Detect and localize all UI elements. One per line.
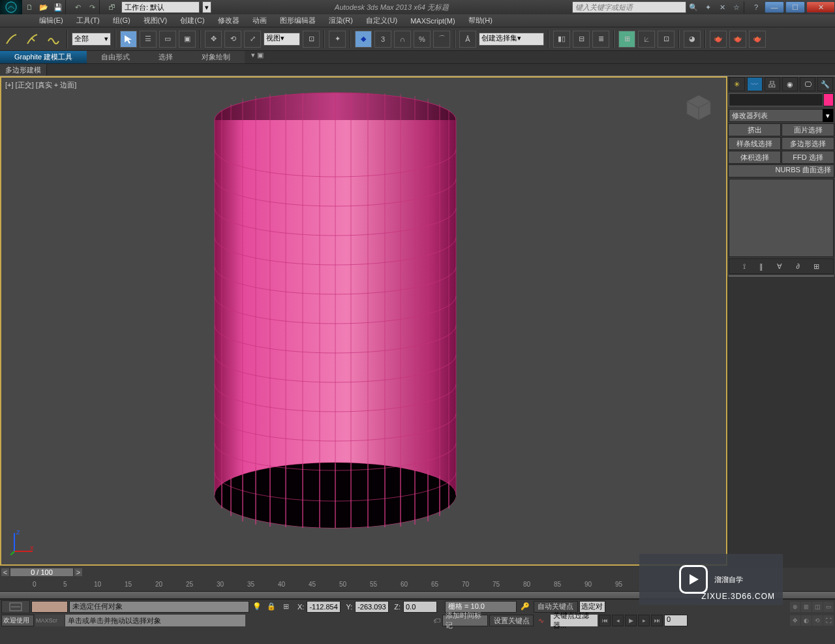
nav-region-icon[interactable]: ▭ [823,602,834,612]
dropdown-icon[interactable]: ▾ [823,109,833,122]
minimize-button[interactable]: — [765,1,784,13]
save-icon[interactable]: 💾 [51,0,65,14]
unlink-icon[interactable] [23,30,42,48]
btn-face-select[interactable]: 面片选择 [782,123,834,136]
move-icon[interactable]: ✥ [205,31,222,48]
mini-listener-icon[interactable] [1,600,30,613]
undo-icon[interactable]: ↶ [70,0,85,14]
object-name-field[interactable] [729,93,823,106]
menu-modifiers[interactable]: 修改器 [211,14,246,27]
align-icon[interactable]: ⊟ [573,31,590,48]
help-search-input[interactable] [572,1,686,13]
time-slider-thumb[interactable]: 0 / 100 [10,568,73,576]
menu-views[interactable]: 视图(V) [137,14,174,27]
subscription-icon[interactable]: ✦ [701,0,715,14]
nav-fov-icon[interactable]: ◫ [812,602,823,612]
remove-modifier-icon[interactable]: ∂ [796,262,799,270]
setkey-button[interactable]: 设置关键点 [489,615,534,626]
tag-icon[interactable]: 🏷 [432,615,441,626]
select-by-name-icon[interactable]: ☰ [140,31,157,48]
render-frame-icon[interactable]: 🫖 [729,31,746,48]
infocenter-search-icon[interactable]: 🔍 [686,0,701,14]
x-spinner[interactable]: -112.854 [307,601,341,613]
rotate-icon[interactable]: ⟲ [224,31,241,48]
select-link-icon[interactable] [3,30,21,48]
goto-start-icon[interactable]: ⏮ [599,615,611,626]
modifier-list-combo[interactable]: 修改器列表 ▾ [729,109,834,122]
redo-icon[interactable]: ↷ [85,0,99,14]
menu-help[interactable]: 帮助(H) [462,14,499,27]
select-object-icon[interactable] [120,31,137,48]
manage-layers-icon[interactable]: ⊞ [618,31,635,48]
prev-frame-icon[interactable]: ◂ [612,615,624,626]
object-color-swatch[interactable] [823,93,834,106]
next-frame-icon[interactable]: ▸ [638,615,650,626]
keyfilter-combo[interactable]: 关键点过滤器... [551,615,598,626]
named-sel-icon[interactable]: Å [459,31,476,48]
play-icon[interactable]: ▶ [625,615,637,626]
ribbon-tab-selection[interactable]: 选择 [144,51,187,63]
configure-sets-icon[interactable]: ⊞ [813,262,819,271]
keymode-icon[interactable]: 🔑 [518,600,532,613]
select-region-rect-icon[interactable]: ▭ [159,31,176,48]
manipulate-icon[interactable]: ✦ [329,31,346,48]
nav-maximize-icon[interactable]: ⛶ [823,615,834,626]
workspace-dropdown-icon[interactable]: ▾ [202,1,211,13]
create-tab-icon[interactable]: ✳ [729,77,745,91]
menu-create[interactable]: 创建(C) [174,14,211,27]
btn-ffd-select[interactable]: FFD 选择 [782,151,834,164]
angle-snap-icon[interactable]: 3 [374,31,391,48]
edged-snap-icon[interactable]: ⌒ [433,31,450,48]
snap-toggle-icon[interactable]: ◆ [355,31,372,48]
z-spinner[interactable]: 0.0 [403,601,437,613]
absolute-transform-icon[interactable]: ⊞ [279,601,292,613]
hierarchy-tab-icon[interactable]: 品 [765,77,780,91]
make-unique-icon[interactable]: ∀ [777,262,782,271]
ref-coord-combo[interactable]: 视图▾ [264,33,300,46]
btn-poly-select[interactable]: 多边形选择 [782,137,834,150]
ribbon-panel-polymodeling[interactable]: 多边形建模 [0,64,47,76]
viewcube-icon[interactable] [683,92,714,123]
schematic-view-icon[interactable]: ⊡ [658,31,675,48]
menu-graph-editors[interactable]: 图形编辑器 [273,14,322,27]
open-icon[interactable]: 📂 [37,0,51,14]
app-menu-button[interactable] [0,0,22,14]
btn-nurbs-select[interactable]: NURBS 曲面选择 [728,164,834,177]
menu-animation[interactable]: 动画 [246,14,273,27]
menu-group[interactable]: 组(G) [106,14,137,27]
nav-pan-icon[interactable]: ✥ [790,615,800,626]
close-button[interactable]: ✕ [806,1,835,13]
render-production-icon[interactable]: 🫖 [749,31,766,48]
motion-tab-icon[interactable]: ◉ [782,77,798,91]
lock-icon[interactable]: 🔒 [265,601,278,613]
modify-tab-icon[interactable]: 〰 [747,77,763,91]
menu-customize[interactable]: 自定义(U) [359,14,404,27]
btn-extrude[interactable]: 挤出 [728,123,781,136]
menu-render[interactable]: 渲染(R) [322,14,359,27]
modifier-stack[interactable] [729,179,834,257]
rollout-area[interactable] [727,277,835,568]
menu-maxscript[interactable]: MAXScript(M) [404,14,461,27]
mirror-icon[interactable]: ▮▯ [553,31,570,48]
menu-tools[interactable]: 工具(T) [70,14,106,27]
exchange-icon[interactable]: ✕ [715,0,729,14]
named-sel-combo[interactable]: 创建选择集▾ [479,33,544,46]
keyfilter-icon[interactable]: ∿ [535,615,547,626]
mini-listener-input[interactable] [31,601,68,613]
time-prev-icon[interactable]: < [1,568,9,576]
workspace-selector[interactable]: 工作台: 默认 [121,1,200,13]
scale-icon[interactable]: ⤢ [244,31,261,48]
frame-spinner[interactable]: 0 [664,615,688,626]
time-tag-combo[interactable]: 添加时间标记 [442,615,488,626]
maximize-button[interactable]: ☐ [785,1,805,13]
time-next-icon[interactable]: > [74,568,82,576]
goto-end-icon[interactable]: ⏭ [651,615,663,626]
ribbon-tab-freeform[interactable]: 自由形式 [87,51,144,63]
maxscript-label[interactable]: MAXScr [35,615,64,626]
ribbon-tab-paint[interactable]: 对象绘制 [187,51,245,63]
cylinder-object[interactable] [211,91,459,547]
viewport[interactable]: [+] [正交] [真实 + 边面] [0,76,727,566]
spinner-snap-icon[interactable]: % [414,31,431,48]
material-editor-icon[interactable]: ◕ [684,31,701,48]
btn-spline-select[interactable]: 样条线选择 [728,137,781,150]
